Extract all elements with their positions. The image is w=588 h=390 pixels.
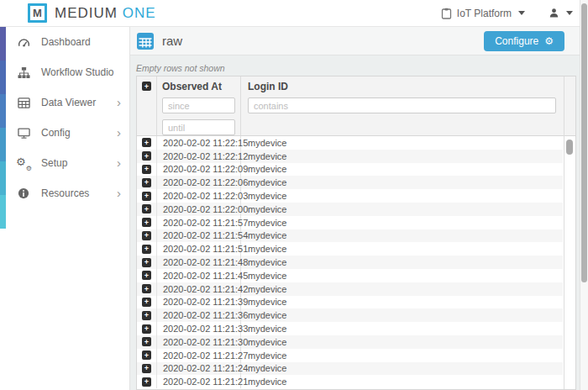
expand-cell: + — [137, 375, 157, 388]
logo-wordmark: MEDIUM ONE — [55, 5, 156, 22]
sidebar-item-resources[interactable]: Resources › — [6, 178, 129, 208]
login-id-cell: mydevice — [241, 375, 563, 388]
expand-row-button[interactable]: + — [142, 138, 151, 147]
expand-row-button[interactable]: + — [142, 204, 151, 213]
expand-row-button[interactable]: + — [142, 192, 151, 201]
user-menu[interactable] — [549, 8, 573, 18]
expand-cell: + — [137, 296, 157, 309]
observed-at-cell: 2020-02-02 11:21:51 — [157, 242, 241, 256]
accent-strip-segment — [0, 94, 6, 128]
login-id-cell: mydevice — [241, 282, 563, 296]
expand-cell: + — [137, 203, 157, 216]
sidebar-item-workflow-studio[interactable]: Workflow Studio — [6, 57, 129, 87]
table-row: +2020-02-02 11:21:39mydevice — [137, 296, 563, 309]
login-id-cell: mydevice — [241, 349, 563, 362]
expand-row-button[interactable]: + — [142, 364, 151, 373]
user-icon — [549, 8, 559, 18]
expand-cell: + — [137, 269, 157, 282]
observed-at-cell: 2020-02-02 11:21:33 — [157, 322, 241, 335]
observed-at-cell: 2020-02-02 11:21:45 — [157, 269, 241, 282]
observed-at-column: Observed At — [157, 76, 241, 135]
expand-row-button[interactable]: + — [142, 284, 151, 293]
expand-row-button[interactable]: + — [142, 258, 151, 267]
expand-row-button[interactable]: + — [142, 298, 151, 307]
chevron-down-icon — [518, 11, 525, 15]
expand-cell: + — [137, 150, 157, 163]
content-header: raw Configure ⚙ — [130, 27, 580, 55]
observed-at-cell: 2020-02-02 11:21:39 — [157, 296, 241, 309]
sidebar-item-config[interactable]: Config › — [6, 118, 129, 148]
contains-filter-input[interactable] — [248, 98, 556, 113]
expand-cell: + — [137, 229, 157, 243]
observed-at-header: Observed At — [162, 80, 235, 94]
login-id-cell: mydevice — [241, 216, 563, 229]
expand-row-button[interactable]: + — [142, 311, 151, 320]
table-row: +2020-02-02 11:21:33mydevice — [137, 322, 563, 335]
table-row: +2020-02-02 11:21:21mydevice — [137, 375, 563, 388]
observed-at-cell: 2020-02-02 11:22:00 — [157, 203, 241, 216]
table-row: +2020-02-02 11:21:30mydevice — [137, 335, 563, 349]
login-id-column: Login ID — [241, 76, 563, 135]
data-table: + Observed At Login ID +2020-02-02 11:22… — [136, 76, 576, 390]
table-icon — [17, 96, 30, 109]
expand-row-button[interactable]: + — [142, 165, 151, 174]
expand-row-button[interactable]: + — [142, 178, 151, 187]
expand-row-button[interactable]: + — [142, 324, 151, 334]
table-row: +2020-02-02 11:21:42mydevice — [137, 282, 563, 296]
table-row: +2020-02-02 11:21:45mydevice — [137, 269, 563, 282]
login-id-cell: mydevice — [241, 308, 563, 322]
expand-row-button[interactable]: + — [142, 350, 151, 360]
sidebar-item-label: Workflow Studio — [41, 66, 121, 78]
table-row: +2020-02-02 11:22:15mydevice — [137, 136, 563, 150]
expand-cell: + — [137, 349, 157, 362]
top-bar: M MEDIUM ONE IoT Platform — [0, 0, 588, 27]
chevron-down-icon — [566, 11, 573, 15]
login-id-cell: mydevice — [241, 203, 563, 216]
expand-row-button[interactable]: + — [142, 218, 151, 227]
sidebar-item-label: Data Viewer — [41, 97, 117, 108]
expand-row-button[interactable]: + — [142, 245, 151, 254]
table-row: +2020-02-02 11:21:51mydevice — [137, 242, 563, 256]
expand-all-button[interactable]: + — [142, 82, 151, 91]
until-filter-input[interactable] — [162, 119, 235, 135]
observed-at-cell: 2020-02-02 11:21:54 — [157, 229, 241, 243]
expand-row-button[interactable]: + — [142, 151, 151, 161]
configure-button[interactable]: Configure ⚙ — [484, 31, 564, 51]
since-filter-input[interactable] — [162, 98, 235, 113]
table-row: +2020-02-02 11:21:48mydevice — [137, 256, 563, 269]
sidebar-item-dashboard[interactable]: Dashboard — [6, 27, 129, 57]
platform-menu[interactable]: IoT Platform — [441, 8, 525, 19]
table-scrollbar-thumb[interactable] — [566, 140, 573, 155]
table-row: +2020-02-02 11:22:00mydevice — [137, 203, 563, 216]
expand-cell: + — [137, 176, 157, 189]
accent-strip-segment — [0, 161, 6, 195]
sidebar: Dashboard Workflow Studio — [0, 27, 130, 390]
gear-icon: ⚙ — [544, 36, 554, 46]
login-id-cell: mydevice — [241, 269, 563, 282]
gears-icon: ⚙ ⚙ — [17, 156, 30, 170]
expand-cell: + — [137, 322, 157, 335]
login-id-header: Login ID — [248, 80, 556, 94]
expand-row-button[interactable]: + — [142, 271, 151, 280]
sidebar-item-data-viewer[interactable]: Data Viewer › — [6, 87, 129, 118]
accent-strip-segment — [0, 61, 6, 94]
expand-cell: + — [137, 163, 157, 177]
expand-row-button[interactable]: + — [142, 377, 151, 387]
expand-row-button[interactable]: + — [142, 231, 151, 240]
login-id-cell: mydevice — [241, 176, 563, 189]
login-id-cell: mydevice — [241, 229, 563, 243]
table-header: + Observed At Login ID — [137, 76, 575, 136]
dashboard-icon — [17, 35, 30, 49]
sidebar-item-label: Config — [41, 127, 117, 139]
clipboard-icon — [441, 8, 452, 19]
table-row: +2020-02-02 11:21:27mydevice — [137, 349, 563, 362]
chevron-right-icon: › — [117, 96, 121, 110]
expand-row-button[interactable]: + — [142, 337, 151, 346]
page-title: raw — [162, 34, 182, 48]
observed-at-cell: 2020-02-02 11:21:36 — [157, 308, 241, 322]
login-id-cell: mydevice — [241, 296, 563, 309]
page-scrollbar-thumb[interactable] — [581, 3, 587, 282]
login-id-cell: mydevice — [241, 362, 563, 376]
medium-one-logo[interactable]: M MEDIUM ONE — [28, 3, 156, 23]
sidebar-item-setup[interactable]: ⚙ ⚙ Setup › — [6, 148, 129, 178]
